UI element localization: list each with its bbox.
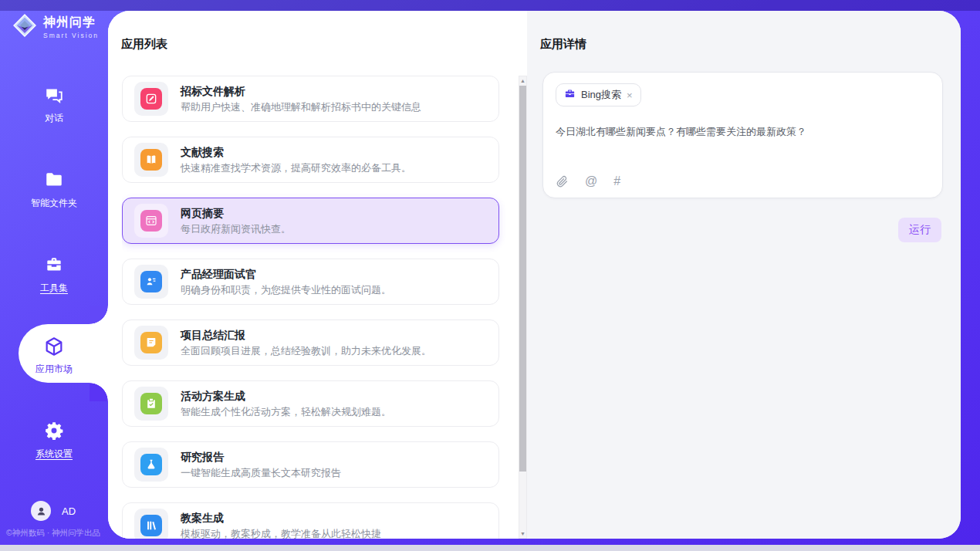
brand-diamond-icon xyxy=(12,13,37,41)
app-name: 教案生成 xyxy=(181,511,381,525)
sidebar-item-label: 对话 xyxy=(45,112,63,125)
app-description: 全面回顾项目进展，总结经验教训，助力未来优化发展。 xyxy=(181,344,431,357)
app-name: 产品经理面试官 xyxy=(181,267,391,281)
app-icon-box xyxy=(134,143,168,177)
folder-icon xyxy=(0,170,108,193)
sidebar-item-label: 系统设置 xyxy=(35,448,73,461)
app-detail-card: Bing搜索 × 今日湖北有哪些新闻要点？有哪些需要关注的最新政策？ @# xyxy=(542,72,943,198)
app-card[interactable]: 项目总结汇报全面回顾项目进展，总结经验教训，助力未来优化发展。 xyxy=(122,319,499,366)
sidebar-item-chat[interactable]: 对话 xyxy=(0,85,108,125)
app-icon-box xyxy=(134,265,168,299)
app-name: 研究报告 xyxy=(181,450,341,464)
app-description: 帮助用户快速、准确地理解和解析招标书中的关键信息 xyxy=(181,100,421,113)
tool-chip-label: Bing搜索 xyxy=(581,88,621,102)
app-card[interactable]: 网页摘要每日政府新闻资讯快查。 xyxy=(122,198,499,244)
user-avatar-icon xyxy=(31,501,51,521)
chat-icon xyxy=(0,85,108,108)
app-description: 模板驱动，教案秒成，教学准备从此轻松快捷 xyxy=(181,527,381,539)
sidebar-item-smart-folder[interactable]: 智能文件夹 xyxy=(0,170,108,210)
run-button[interactable]: 运行 xyxy=(898,218,941,242)
interviewer-icon xyxy=(140,271,162,292)
brand-logo: 神州问学 Smart Vision xyxy=(12,13,99,41)
app-icon-box xyxy=(134,326,168,360)
app-name: 文献搜索 xyxy=(181,145,411,159)
app-list-pane: 应用列表 招标文件解析帮助用户快速、准确地理解和解析招标书中的关键信息文献搜索快… xyxy=(108,11,527,539)
app-name: 项目总结汇报 xyxy=(181,328,431,342)
content-panel: 应用列表 招标文件解析帮助用户快速、准确地理解和解析招标书中的关键信息文献搜索快… xyxy=(108,11,961,539)
toolbox-icon xyxy=(0,255,108,278)
sidebar-item-label: 工具集 xyxy=(40,282,68,295)
user-account[interactable]: AD xyxy=(31,501,76,521)
app-name: 网页摘要 xyxy=(181,206,291,220)
app-list: 招标文件解析帮助用户快速、准确地理解和解析招标书中的关键信息文献搜索快速精准查找… xyxy=(122,76,518,539)
research-icon xyxy=(140,454,162,475)
books-icon xyxy=(140,515,162,536)
app-list-title: 应用列表 xyxy=(108,11,527,52)
app-detail-pane: 应用详情 Bing搜索 × 今日湖北有哪些新闻要点？有哪些需要关注的最新政策？ … xyxy=(527,11,961,539)
sidebar-item-app-market[interactable]: 应用市场 xyxy=(0,336,108,376)
app-name: 招标文件解析 xyxy=(181,84,421,98)
tool-chip-bing-search[interactable]: Bing搜索 × xyxy=(556,83,641,106)
app-card[interactable]: 教案生成模板驱动，教案秒成，教学准备从此轻松快捷 xyxy=(122,502,499,539)
edit-document-icon xyxy=(140,88,162,110)
app-icon-box xyxy=(134,82,168,116)
app-icon-box xyxy=(134,509,168,539)
window-bottom-frame xyxy=(0,545,980,551)
brand-name: 神州问学 xyxy=(43,15,99,31)
app-description: 快速精准查找学术资源，提高研究效率的必备工具。 xyxy=(181,161,411,174)
sidebar: 神州问学 Smart Vision 对话智能文件夹工具集应用市场系统设置 AD … xyxy=(0,0,108,551)
app-icon-box xyxy=(134,387,168,421)
app-description: 明确身份和职责，为您提供专业性的面试问题。 xyxy=(181,283,391,296)
app-card[interactable]: 活动方案生成智能生成个性化活动方案，轻松解决规划难题。 xyxy=(122,380,499,427)
brand-subtitle: Smart Vision xyxy=(43,32,99,39)
app-name: 活动方案生成 xyxy=(181,389,391,403)
paperclip-icon[interactable] xyxy=(556,175,569,188)
clipboard-check-icon xyxy=(140,393,162,414)
input-toolbar: @# xyxy=(556,174,930,188)
briefcase-icon xyxy=(564,88,576,103)
browser-code-icon xyxy=(140,210,162,232)
sidebar-item-label: 应用市场 xyxy=(35,363,73,376)
cube-icon xyxy=(0,336,108,359)
chip-close-icon[interactable]: × xyxy=(627,90,633,100)
at-icon[interactable]: @ xyxy=(585,174,597,188)
app-icon-box xyxy=(134,204,168,238)
app-card[interactable]: 研究报告一键智能生成高质量长文本研究报告 xyxy=(122,441,499,488)
note-icon xyxy=(140,332,162,353)
app-description: 智能生成个性化活动方案，轻松解决规划难题。 xyxy=(181,405,391,418)
prompt-input[interactable]: 今日湖北有哪些新闻要点？有哪些需要关注的最新政策？ xyxy=(556,125,930,139)
scroll-up-icon[interactable]: ▲ xyxy=(519,76,526,85)
scrollbar-thumb[interactable] xyxy=(519,86,526,472)
app-detail-title: 应用详情 xyxy=(527,11,961,52)
app-card[interactable]: 产品经理面试官明确身份和职责，为您提供专业性的面试问题。 xyxy=(122,259,499,305)
scroll-down-icon[interactable]: ▼ xyxy=(519,529,526,538)
gear-icon xyxy=(0,421,108,444)
app-list-scrollbar[interactable]: ▲ ▼ xyxy=(519,76,527,539)
app-icon-box xyxy=(134,448,168,482)
sidebar-item-settings[interactable]: 系统设置 xyxy=(0,421,108,461)
copyright-footer: ©神州数码 · 神州问学出品 xyxy=(6,528,110,539)
window-top-frame xyxy=(0,0,980,11)
sidebar-item-label: 智能文件夹 xyxy=(31,197,77,210)
hash-icon[interactable]: # xyxy=(613,174,620,188)
app-card[interactable]: 文献搜索快速精准查找学术资源，提高研究效率的必备工具。 xyxy=(122,137,499,183)
user-name: AD xyxy=(62,505,76,517)
sidebar-item-toolset[interactable]: 工具集 xyxy=(0,255,108,295)
app-description: 一键智能生成高质量长文本研究报告 xyxy=(181,466,341,479)
book-icon xyxy=(140,149,162,171)
app-card[interactable]: 招标文件解析帮助用户快速、准确地理解和解析招标书中的关键信息 xyxy=(122,76,499,122)
app-description: 每日政府新闻资讯快查。 xyxy=(181,222,291,235)
